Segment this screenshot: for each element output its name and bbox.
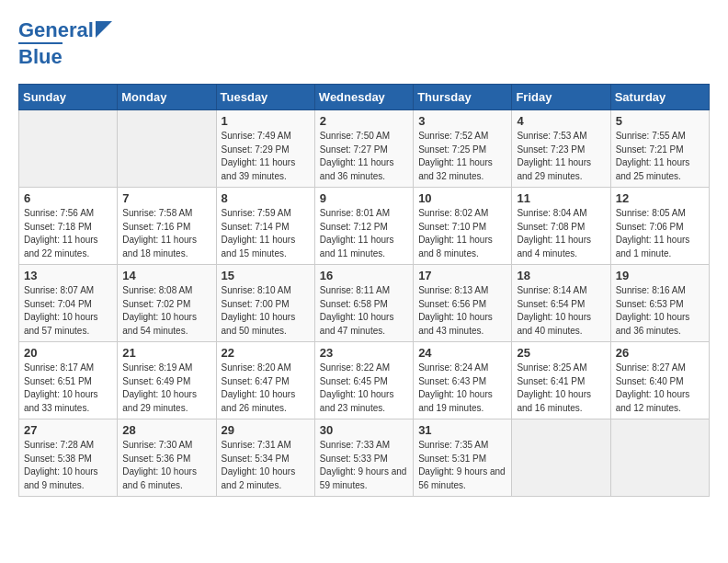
week-row-3: 13 Sunrise: 8:07 AMSunset: 7:04 PMDaylig…: [19, 265, 710, 342]
day-number: 11: [517, 191, 605, 205]
day-number: 26: [616, 346, 704, 360]
day-number: 28: [122, 423, 210, 437]
calendar-cell: 31 Sunrise: 7:35 AMSunset: 5:31 PMDaylig…: [414, 419, 512, 497]
calendar-cell: 3 Sunrise: 7:52 AMSunset: 7:25 PMDayligh…: [414, 110, 512, 188]
week-row-1: 1 Sunrise: 7:49 AMSunset: 7:29 PMDayligh…: [19, 110, 710, 188]
calendar-cell: 10 Sunrise: 8:02 AMSunset: 7:10 PMDaylig…: [414, 188, 512, 265]
day-info: Sunrise: 8:08 AMSunset: 7:02 PMDaylight:…: [122, 284, 210, 338]
week-row-4: 20 Sunrise: 8:17 AMSunset: 6:51 PMDaylig…: [19, 342, 710, 419]
calendar-table: SundayMondayTuesdayWednesdayThursdayFrid…: [18, 84, 710, 497]
day-number: 16: [320, 269, 408, 282]
day-info: Sunrise: 8:10 AMSunset: 7:00 PMDaylight:…: [222, 284, 310, 338]
col-header-monday: Monday: [118, 85, 216, 110]
day-info: Sunrise: 8:20 AMSunset: 6:47 PMDaylight:…: [222, 362, 310, 415]
calendar-cell: 13 Sunrise: 8:07 AMSunset: 7:04 PMDaylig…: [19, 265, 118, 342]
day-info: Sunrise: 8:02 AMSunset: 7:10 PMDaylight:…: [418, 207, 506, 260]
day-number: 5: [616, 114, 704, 128]
page-header: General Blue: [18, 18, 710, 69]
day-info: Sunrise: 8:01 AMSunset: 7:12 PMDaylight:…: [320, 207, 408, 260]
day-info: Sunrise: 7:35 AMSunset: 5:31 PMDaylight:…: [418, 439, 506, 492]
calendar-cell: 8 Sunrise: 7:59 AMSunset: 7:14 PMDayligh…: [216, 188, 314, 265]
day-info: Sunrise: 8:22 AMSunset: 6:45 PMDaylight:…: [320, 362, 408, 415]
calendar-cell: 9 Sunrise: 8:01 AMSunset: 7:12 PMDayligh…: [314, 188, 413, 265]
day-info: Sunrise: 7:31 AMSunset: 5:34 PMDaylight:…: [222, 439, 310, 492]
logo-blue: Blue: [18, 42, 63, 69]
calendar-cell: 22 Sunrise: 8:20 AMSunset: 6:47 PMDaylig…: [216, 342, 314, 419]
day-info: Sunrise: 7:55 AMSunset: 7:21 PMDaylight:…: [616, 130, 704, 183]
day-info: Sunrise: 8:27 AMSunset: 6:40 PMDaylight:…: [616, 362, 704, 415]
day-number: 24: [418, 346, 506, 360]
day-info: Sunrise: 8:11 AMSunset: 6:58 PMDaylight:…: [320, 284, 408, 338]
day-info: Sunrise: 7:49 AMSunset: 7:29 PMDaylight:…: [222, 130, 310, 183]
calendar-cell: 12 Sunrise: 8:05 AMSunset: 7:06 PMDaylig…: [610, 188, 709, 265]
col-header-sunday: Sunday: [19, 85, 118, 110]
col-header-wednesday: Wednesday: [314, 85, 413, 110]
calendar-cell: 18 Sunrise: 8:14 AMSunset: 6:54 PMDaylig…: [512, 265, 610, 342]
calendar-cell: 28 Sunrise: 7:30 AMSunset: 5:36 PMDaylig…: [118, 419, 216, 497]
col-header-saturday: Saturday: [610, 85, 709, 110]
day-number: 14: [122, 269, 210, 282]
day-number: 30: [320, 423, 408, 437]
week-row-5: 27 Sunrise: 7:28 AMSunset: 5:38 PMDaylig…: [19, 419, 710, 497]
day-number: 31: [418, 423, 506, 437]
col-header-friday: Friday: [512, 85, 610, 110]
header-row: SundayMondayTuesdayWednesdayThursdayFrid…: [19, 85, 710, 110]
day-number: 18: [517, 269, 605, 282]
calendar-cell: 21 Sunrise: 8:19 AMSunset: 6:49 PMDaylig…: [118, 342, 216, 419]
calendar-cell: 14 Sunrise: 8:08 AMSunset: 7:02 PMDaylig…: [118, 265, 216, 342]
calendar-cell: 2 Sunrise: 7:50 AMSunset: 7:27 PMDayligh…: [314, 110, 413, 188]
logo-general: General: [18, 18, 94, 42]
calendar-cell: 5 Sunrise: 7:55 AMSunset: 7:21 PMDayligh…: [610, 110, 709, 188]
calendar-cell: 19 Sunrise: 8:16 AMSunset: 6:53 PMDaylig…: [610, 265, 709, 342]
day-number: 22: [222, 346, 310, 360]
calendar-cell: 6 Sunrise: 7:56 AMSunset: 7:18 PMDayligh…: [19, 188, 118, 265]
calendar-cell: 20 Sunrise: 8:17 AMSunset: 6:51 PMDaylig…: [19, 342, 118, 419]
calendar-cell: [19, 110, 118, 188]
day-number: 17: [418, 269, 506, 282]
day-info: Sunrise: 8:16 AMSunset: 6:53 PMDaylight:…: [616, 284, 704, 338]
day-number: 4: [517, 114, 605, 128]
day-info: Sunrise: 7:58 AMSunset: 7:16 PMDaylight:…: [122, 207, 210, 260]
day-info: Sunrise: 8:05 AMSunset: 7:06 PMDaylight:…: [616, 207, 704, 260]
calendar-cell: 15 Sunrise: 8:10 AMSunset: 7:00 PMDaylig…: [216, 265, 314, 342]
day-number: 1: [222, 114, 310, 128]
calendar-cell: 7 Sunrise: 7:58 AMSunset: 7:16 PMDayligh…: [118, 188, 216, 265]
day-number: 20: [24, 346, 112, 360]
calendar-cell: 29 Sunrise: 7:31 AMSunset: 5:34 PMDaylig…: [216, 419, 314, 497]
day-info: Sunrise: 7:28 AMSunset: 5:38 PMDaylight:…: [24, 439, 112, 492]
day-info: Sunrise: 7:52 AMSunset: 7:25 PMDaylight:…: [418, 130, 506, 183]
calendar-cell: 27 Sunrise: 7:28 AMSunset: 5:38 PMDaylig…: [19, 419, 118, 497]
calendar-cell: [512, 419, 610, 497]
day-number: 7: [122, 191, 210, 205]
week-row-2: 6 Sunrise: 7:56 AMSunset: 7:18 PMDayligh…: [19, 188, 710, 265]
calendar-cell: 1 Sunrise: 7:49 AMSunset: 7:29 PMDayligh…: [216, 110, 314, 188]
day-info: Sunrise: 8:17 AMSunset: 6:51 PMDaylight:…: [24, 362, 112, 415]
day-number: 12: [616, 191, 704, 205]
day-info: Sunrise: 7:33 AMSunset: 5:33 PMDaylight:…: [320, 439, 408, 492]
calendar-cell: 24 Sunrise: 8:24 AMSunset: 6:43 PMDaylig…: [414, 342, 512, 419]
col-header-tuesday: Tuesday: [216, 85, 314, 110]
day-info: Sunrise: 7:50 AMSunset: 7:27 PMDaylight:…: [320, 130, 408, 183]
logo: General Blue: [18, 18, 112, 69]
logo-icon: [96, 21, 112, 38]
col-header-thursday: Thursday: [414, 85, 512, 110]
calendar-cell: 17 Sunrise: 8:13 AMSunset: 6:56 PMDaylig…: [414, 265, 512, 342]
calendar-cell: 4 Sunrise: 7:53 AMSunset: 7:23 PMDayligh…: [512, 110, 610, 188]
day-number: 15: [222, 269, 310, 282]
day-info: Sunrise: 8:14 AMSunset: 6:54 PMDaylight:…: [517, 284, 605, 338]
calendar-cell: 30 Sunrise: 7:33 AMSunset: 5:33 PMDaylig…: [314, 419, 413, 497]
calendar-cell: 11 Sunrise: 8:04 AMSunset: 7:08 PMDaylig…: [512, 188, 610, 265]
day-number: 23: [320, 346, 408, 360]
svg-marker-0: [96, 21, 112, 38]
day-info: Sunrise: 8:13 AMSunset: 6:56 PMDaylight:…: [418, 284, 506, 338]
day-number: 2: [320, 114, 408, 128]
day-number: 10: [418, 191, 506, 205]
day-number: 29: [222, 423, 310, 437]
day-info: Sunrise: 8:04 AMSunset: 7:08 PMDaylight:…: [517, 207, 605, 260]
day-info: Sunrise: 7:59 AMSunset: 7:14 PMDaylight:…: [222, 207, 310, 260]
calendar-cell: [610, 419, 709, 497]
day-number: 27: [24, 423, 112, 437]
day-info: Sunrise: 8:24 AMSunset: 6:43 PMDaylight:…: [418, 362, 506, 415]
day-number: 9: [320, 191, 408, 205]
day-info: Sunrise: 8:25 AMSunset: 6:41 PMDaylight:…: [517, 362, 605, 415]
